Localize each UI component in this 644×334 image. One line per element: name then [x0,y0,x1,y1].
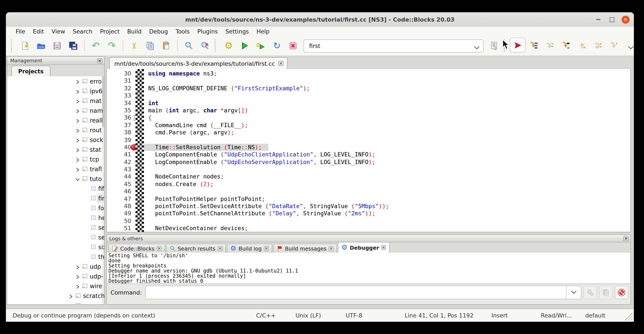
line-number[interactable]: 35 [107,107,131,114]
chevron-down-icon[interactable] [474,44,480,48]
line-number[interactable]: 40 [107,144,131,151]
code-editor[interactable]: 30using namespace ns3;31 32NS_LOG_COMPON… [106,69,631,232]
code-line-41[interactable]: 41 LogComponentEnable ("UdpEchoClientApp… [107,151,630,159]
undo-button[interactable]: ↶ [88,38,104,54]
menu-search[interactable]: Search [69,27,96,36]
toolbar-overflow-chevron-icon[interactable] [628,44,634,48]
code-line-33[interactable]: 33 [107,92,630,99]
toolbar-grip[interactable] [215,40,219,52]
projects-tree[interactable]: erroipv6matnamreallroutsockstattcptraflt… [7,76,104,304]
line-number[interactable]: 42 [107,158,131,166]
chevron-right-icon[interactable] [75,147,80,152]
next-line-button[interactable] [542,38,558,54]
code-line-46[interactable]: 46 [107,188,630,195]
chevron-right-icon[interactable] [75,167,80,171]
tree-item-tcp[interactable]: tcp [7,154,104,164]
menu-debug[interactable]: Debug [146,27,172,36]
save-all-button[interactable] [65,38,81,54]
tree-item-stat[interactable]: stat [7,145,104,154]
line-number[interactable]: 32 [107,85,131,92]
copy-button[interactable] [142,38,158,54]
editor-tab[interactable]: mnt/dev/tools/source/ns-3-dev/examples/t… [109,57,288,70]
line-number[interactable]: 44 [107,173,131,181]
code-line-42[interactable]: 42 LogComponentEnable ("UdpEchoServerApp… [107,158,630,166]
line-number[interactable]: 36 [107,114,131,122]
toolbar-grip[interactable] [11,40,15,52]
line-number[interactable]: 37 [107,121,131,129]
debugger-log-output[interactable]: Setting SHELL to '/bin/sh'doneSetting br… [107,253,630,284]
line-number[interactable]: 48 [107,203,131,210]
chevron-right-icon[interactable] [75,98,80,103]
logs-tab-close-icon[interactable] [264,246,269,251]
tree-item-mat[interactable]: mat [7,96,104,106]
step-out-button[interactable] [574,38,590,54]
tree-item-src[interactable]: src [7,300,104,304]
cut-button[interactable]: ✂ [126,38,142,54]
rebuild-button[interactable]: ↻ [269,38,285,54]
menu-tools[interactable]: Tools [172,27,194,36]
tree-item-nam[interactable]: nam [7,106,104,115]
line-number[interactable]: 46 [107,188,131,195]
tree-item-se[interactable]: se [7,232,104,242]
code-line-44[interactable]: 44 NodeContainer nodes; [107,173,630,181]
logs-tab-close-icon[interactable] [381,245,386,250]
line-number[interactable]: 51 [107,225,131,232]
line-number[interactable]: 30 [107,70,131,77]
build-button[interactable]: ⚙ [220,38,237,54]
tree-item-fif[interactable]: fif [7,184,104,193]
tree-item-reall[interactable]: reall [7,115,104,125]
code-line-35[interactable]: 35main (int argc, char *argv[]) [107,107,630,114]
menu-help[interactable]: Help [252,27,273,36]
stop-debugger-button[interactable] [615,286,628,299]
debug-continue-button[interactable] [510,38,526,53]
chevron-right-icon[interactable] [75,89,80,93]
menu-plugins[interactable]: Plugins [194,27,222,36]
chevron-right-icon[interactable] [75,274,80,278]
logs-tab-code-blocks[interactable]: Code::Blocks [108,244,165,253]
line-number[interactable]: 47 [107,195,131,203]
line-number[interactable]: 43 [107,166,131,173]
tree-item-tuto[interactable]: tuto [7,174,104,184]
logs-tab-close-icon[interactable] [157,246,162,251]
tree-item-wire[interactable]: wire [7,281,104,291]
code-line-40[interactable]: 40 Time::SetResolution (Time::NS); [107,144,630,151]
chevron-right-icon[interactable] [75,79,80,84]
tab-projects[interactable]: Projects [12,66,50,77]
next-instruction-button[interactable] [590,38,606,54]
tree-item-sock[interactable]: sock [7,135,104,145]
open-file-button[interactable] [33,38,49,54]
menu-edit[interactable]: Edit [29,27,48,36]
logs-tab-build-messages[interactable]: Build messages [273,244,337,253]
code-line-47[interactable]: 47 PointToPointHelper pointToPoint; [107,195,630,203]
title-bar[interactable]: mnt/dev/tools/source/ns-3-dev/examples/t… [6,12,634,27]
command-combobox[interactable] [145,286,581,299]
logs-tab-debugger[interactable]: ⚙Debugger [338,242,390,253]
code-line-30[interactable]: 30using namespace ns3; [107,70,630,77]
tree-item-he[interactable]: he [7,213,104,222]
tree-item-udp[interactable]: udp- [7,271,104,281]
find-button[interactable] [181,38,197,54]
debugging-windows-button[interactable] [584,286,597,299]
chevron-right-icon[interactable] [75,283,80,288]
chevron-down-icon[interactable] [75,176,80,181]
close-button[interactable]: ✕ [622,16,630,24]
tree-item-fir[interactable]: fir [7,193,104,203]
tree-item-se[interactable]: se [7,222,104,232]
line-number[interactable]: 39 [107,136,131,144]
build-and-run-button[interactable]: ⚙ [253,38,269,54]
chevron-right-icon[interactable] [75,118,80,123]
code-line-39[interactable]: 39 [107,136,630,144]
build-target-combobox[interactable]: first [304,39,484,52]
resize-grip[interactable] [623,311,632,320]
chevron-right-icon[interactable] [75,128,80,132]
logs-close-icon[interactable] [623,236,629,241]
logs-tab-close-icon[interactable] [218,246,222,251]
line-number[interactable]: 33 [107,92,131,99]
chevron-right-icon[interactable] [75,264,80,269]
command-input[interactable] [146,286,566,299]
tree-item-rout[interactable]: rout [7,125,104,135]
code-line-51[interactable]: 51 NetDeviceContainer devices; [107,225,630,232]
redo-button[interactable]: ↷ [104,38,120,54]
code-line-34[interactable]: 34int [107,99,630,107]
code-line-38[interactable]: 38 cmd.Parse (argc, argv); [107,129,630,136]
